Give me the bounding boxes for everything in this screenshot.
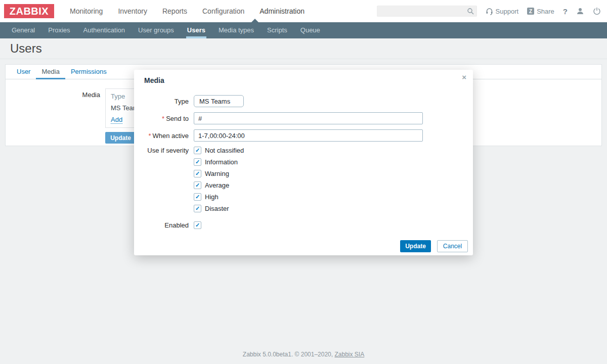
modal-body: Type MS Teams *Send to *When active Use … (134, 95, 473, 234)
footer-zabbix-sia-link[interactable]: Zabbix SIA (334, 351, 364, 358)
logout-power-icon[interactable] (593, 7, 601, 15)
subnav-user-groups[interactable]: User groups (132, 22, 181, 38)
severity-option-not-classified[interactable]: ✓ Not classified (194, 147, 244, 154)
when-active-label: *When active (134, 129, 189, 140)
severity-option-average[interactable]: ✓ Average (194, 181, 244, 189)
admin-subnav: General Proxies Authentication User grou… (0, 22, 607, 38)
subnav-users[interactable]: Users (181, 22, 212, 38)
zabbix-logo[interactable]: ZABBIX (4, 4, 54, 18)
search-input[interactable] (377, 6, 477, 17)
page-header: Users (0, 38, 607, 59)
checkbox-enabled[interactable]: ✓ (194, 221, 201, 229)
type-row: Type MS Teams (134, 95, 473, 107)
share-z-icon: Z (527, 8, 534, 15)
checkbox-not-classified[interactable]: ✓ (194, 147, 201, 154)
modal-update-button[interactable]: Update (400, 240, 431, 252)
subnav-proxies[interactable]: Proxies (41, 22, 76, 38)
subnav-scripts[interactable]: Scripts (261, 22, 294, 38)
modal-footer: Update Cancel (400, 240, 468, 252)
type-label: Type (134, 95, 189, 105)
modal-cancel-button[interactable]: Cancel (437, 240, 468, 252)
severity-row: Use if severity ✓ Not classified ✓ Infor… (134, 147, 473, 216)
subnav-general[interactable]: General (5, 22, 41, 38)
tab-user[interactable]: User (11, 65, 36, 79)
send-to-label: *Send to (134, 112, 189, 122)
page-title: Users (10, 41, 597, 56)
share-link[interactable]: Z Share (527, 8, 554, 15)
footer-version-text: Zabbix 5.0.0beta1. © 2001–2020, (243, 351, 335, 358)
when-active-row: *When active (134, 129, 473, 142)
search-icon[interactable] (467, 8, 474, 15)
header-controls: Support Z Share ? (377, 0, 601, 22)
page-footer: Zabbix 5.0.0beta1. © 2001–2020, Zabbix S… (0, 351, 607, 358)
severity-option-information[interactable]: ✓ Information (194, 158, 244, 166)
enabled-label: Enabled (134, 221, 189, 229)
checkbox-disaster[interactable]: ✓ (194, 205, 201, 212)
tab-permissions[interactable]: Permissions (65, 65, 112, 79)
user-update-button[interactable]: Update (105, 132, 136, 144)
send-to-input[interactable] (194, 112, 423, 124)
checkbox-information[interactable]: ✓ (194, 158, 201, 166)
media-field-label: Media (6, 88, 100, 144)
severity-option-disaster[interactable]: ✓ Disaster (194, 205, 244, 212)
main-nav: Monitoring Inventory Reports Configurati… (62, 0, 312, 22)
support-link[interactable]: Support (486, 8, 519, 15)
subnav-authentication[interactable]: Authentication (77, 22, 132, 38)
type-select[interactable]: MS Teams (194, 95, 244, 107)
nav-configuration[interactable]: Configuration (195, 0, 252, 22)
severity-option-high[interactable]: ✓ High (194, 193, 244, 201)
nav-administration[interactable]: Administration (252, 0, 312, 22)
help-icon[interactable]: ? (563, 7, 568, 16)
support-label: Support (496, 8, 519, 15)
subnav-media-types[interactable]: Media types (212, 22, 261, 38)
nav-monitoring[interactable]: Monitoring (62, 0, 110, 22)
user-profile-icon[interactable] (576, 7, 584, 15)
send-to-row: *Send to (134, 112, 473, 124)
nav-inventory[interactable]: Inventory (110, 0, 155, 22)
checkbox-warning[interactable]: ✓ (194, 170, 201, 177)
severity-label: Use if severity (134, 147, 189, 154)
required-marker: * (162, 115, 164, 122)
nav-reports[interactable]: Reports (155, 0, 195, 22)
checkbox-high[interactable]: ✓ (194, 193, 201, 201)
share-label: Share (537, 8, 554, 15)
modal-title: Media (144, 76, 164, 84)
add-media-link[interactable]: Add (111, 116, 122, 124)
required-marker: * (148, 132, 151, 140)
subnav-queue[interactable]: Queue (294, 22, 327, 38)
close-icon[interactable]: × (462, 73, 466, 81)
when-active-input[interactable] (194, 129, 423, 142)
top-header: ZABBIX Monitoring Inventory Reports Conf… (0, 0, 607, 22)
media-modal: Media × Type MS Teams *Send to *When act… (134, 70, 473, 255)
enabled-row: Enabled ✓ (134, 221, 473, 229)
severity-option-warning[interactable]: ✓ Warning (194, 170, 244, 177)
headset-icon (486, 8, 493, 15)
severity-options: ✓ Not classified ✓ Information ✓ Warning… (194, 147, 244, 216)
checkbox-average[interactable]: ✓ (194, 181, 201, 189)
tab-media[interactable]: Media (36, 65, 65, 79)
search-wrap (377, 6, 477, 17)
